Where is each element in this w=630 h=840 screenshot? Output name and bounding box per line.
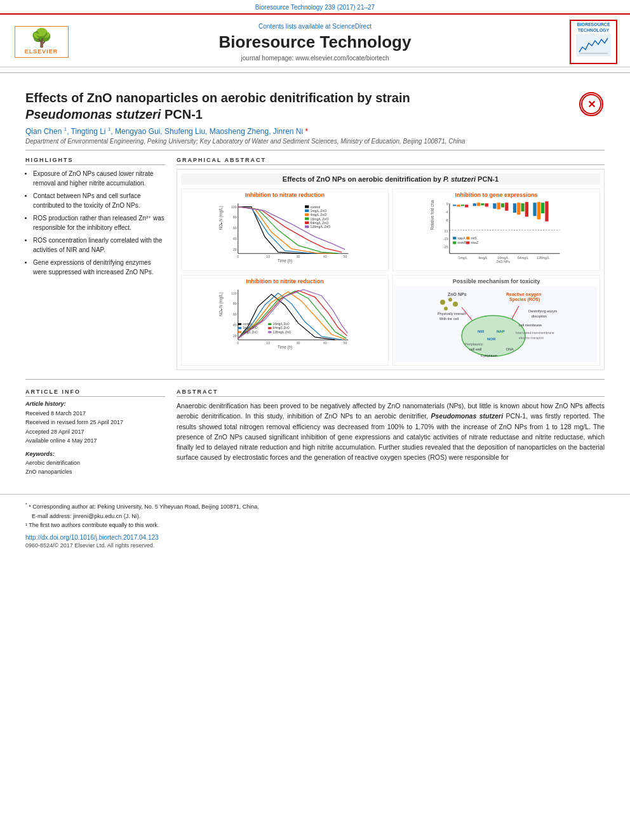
accepted-date: Accepted 28 April 2017 [25, 427, 165, 436]
available-date: Available online 4 May 2017 [25, 436, 165, 445]
svg-text:Time (h): Time (h) [278, 345, 292, 350]
svg-text:110: 110 [231, 291, 237, 295]
equal-note: ¹ The first two authors contribute equal… [25, 521, 605, 530]
biotech-logo-icon [576, 34, 611, 60]
biotech-logo-title: BIORESOURCETECHNOLOGY [577, 22, 610, 33]
crossmark-icon: ✕ [579, 92, 605, 117]
svg-text:40: 40 [233, 323, 237, 327]
svg-text:DNA: DNA [506, 347, 514, 351]
svg-rect-20 [305, 210, 309, 212]
svg-text:✕: ✕ [587, 99, 596, 110]
revised-date: Received in revised form 25 April 2017 [25, 418, 165, 427]
svg-rect-45 [477, 203, 480, 206]
svg-point-104 [444, 307, 448, 310]
svg-text:16mg/L ZnO: 16mg/L ZnO [311, 217, 329, 221]
svg-text:30: 30 [297, 255, 300, 258]
svg-rect-66 [453, 237, 456, 239]
svg-rect-18 [305, 205, 309, 208]
svg-text:0: 0 [237, 341, 239, 345]
keyword-aerobic: Aerobic denitrification [25, 458, 165, 467]
svg-text:80: 80 [233, 215, 237, 219]
svg-text:1mg/L: 1mg/L [459, 256, 468, 260]
journal-title: Bioresource Technology [70, 32, 560, 52]
svg-text:-25: -25 [443, 245, 448, 249]
svg-rect-24 [305, 217, 309, 220]
svg-text:64mg/L ZnO: 64mg/L ZnO [273, 326, 290, 330]
svg-text:4mg/L ZnO: 4mg/L ZnO [311, 213, 327, 217]
received-date: Received 8 March 2017 [25, 409, 165, 418]
svg-text:16mg/L ZnO: 16mg/L ZnO [273, 323, 290, 326]
nitrate-chart: NO₃-N (mg/L) Time (h) 100 80 60 40 20 [184, 200, 385, 263]
svg-rect-41 [457, 204, 460, 206]
svg-text:80: 80 [233, 302, 237, 305]
highlight-item: ROS production rather than released Zn²⁺… [33, 213, 165, 232]
svg-text:4mg/L ZnO: 4mg/L ZnO [243, 331, 258, 334]
svg-rect-22 [305, 213, 309, 216]
svg-text:NO₂-N (mg/L): NO₂-N (mg/L) [218, 292, 224, 316]
journal-center: Contents lists available at ScienceDirec… [70, 23, 560, 62]
svg-point-101 [440, 300, 445, 305]
svg-rect-54 [521, 203, 524, 211]
svg-text:1mg/L ZnO: 1mg/L ZnO [311, 209, 327, 213]
svg-rect-56 [533, 203, 536, 216]
svg-text:nirS: nirS [471, 236, 478, 240]
svg-text:10: 10 [266, 255, 270, 258]
svg-text:cell wall: cell wall [469, 347, 481, 351]
svg-text:128mg/L: 128mg/L [537, 256, 550, 260]
svg-text:Reactive oxygen: Reactive oxygen [506, 292, 541, 297]
svg-rect-94 [268, 323, 271, 325]
svg-text:With the cell: With the cell [439, 317, 459, 321]
abstract-col: ABSTRACT Anaerobic denitrification has b… [177, 389, 605, 476]
journal-header: Bioresource Technology 239 (2017) 21–27 [0, 0, 630, 15]
article-info-col: ARTICLE INFO Article history: Received 8… [25, 389, 165, 476]
history-table: Received 8 March 2017 Received in revise… [25, 409, 165, 446]
svg-text:control: control [311, 205, 321, 209]
graphical-abstract-col: GRAPHICAL ABSTRACT Effects of ZnO NPs on… [177, 157, 605, 370]
article-history-label: Article history: [25, 401, 165, 407]
svg-text:NAP: NAP [497, 330, 505, 333]
svg-text:ZnO NPs: ZnO NPs [496, 260, 510, 263]
graphical-abstract-box: Effects of ZnO NPs on aerobic denitrific… [177, 169, 605, 370]
svg-rect-96 [268, 327, 271, 329]
ga-panel-nitrite-title: Inhibition to nitrite reduction [184, 278, 385, 284]
svg-rect-51 [505, 203, 508, 211]
ga-panel-nitrate: Inhibition to nitrate reduction NO₃-N (m… [181, 189, 389, 271]
svg-text:nosZ: nosZ [471, 241, 479, 244]
doi-link[interactable]: http://dx.doi.org/10.1016/j.biortech.201… [25, 534, 605, 541]
affiliation: Department of Environmental Engineering,… [25, 138, 605, 145]
svg-rect-72 [466, 241, 469, 244]
crossmark-circle: ✕ [579, 92, 603, 116]
article-title: Effects of ZnO nanoparticles on aerobic … [25, 90, 605, 123]
sciencedirect-link[interactable]: ScienceDirect [332, 23, 372, 30]
ga-panel-nitrate-title: Inhibition to nitrate reduction [184, 192, 385, 198]
svg-text:60: 60 [233, 312, 237, 316]
svg-text:disruption: disruption [532, 314, 547, 318]
elsevier-label: ELSEVIER [25, 48, 58, 55]
article-info-label: ARTICLE INFO [25, 389, 165, 397]
svg-rect-88 [238, 323, 241, 325]
svg-text:electron transport: electron transport [519, 336, 544, 340]
svg-text:40: 40 [233, 237, 237, 241]
keywords-label: Keywords: [25, 451, 165, 457]
ga-panel-mechanism-title: Possible mechanism for toxicity [396, 278, 597, 284]
svg-rect-40 [453, 204, 456, 206]
abstract-text: Anaerobic denitrification has been prove… [177, 401, 605, 463]
abstract-label: ABSTRACT [177, 389, 605, 397]
svg-text:control: control [243, 323, 251, 326]
svg-rect-43 [465, 204, 468, 207]
svg-text:NIR: NIR [478, 330, 485, 333]
svg-text:cnorB: cnorB [457, 241, 466, 244]
svg-text:50: 50 [343, 341, 347, 345]
svg-text:0: 0 [237, 255, 239, 258]
ga-panel-genes-title: Inhibition to gene expressions [396, 192, 597, 198]
svg-text:64mg/L ZnO: 64mg/L ZnO [311, 221, 329, 225]
svg-text:20: 20 [233, 334, 237, 338]
article-section: Effects of ZnO nanoparticles on aerobic … [0, 78, 630, 483]
svg-text:4mg/L: 4mg/L [478, 256, 488, 260]
authors-line: Qian Chen 1, Tingting Li 1, Mengyao Gui,… [25, 126, 605, 136]
keywords-list: Aerobic denitrification ZnO nanoparticle… [25, 458, 165, 477]
svg-rect-70 [453, 241, 456, 244]
svg-rect-26 [305, 222, 309, 224]
svg-point-103 [453, 302, 458, 307]
svg-rect-47 [485, 203, 488, 206]
